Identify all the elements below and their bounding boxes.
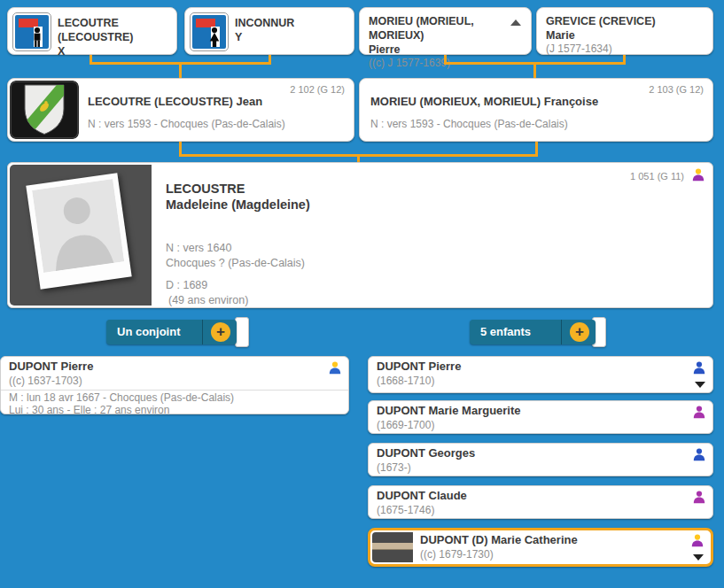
sosa-number: 2 102 (G 12): [290, 84, 345, 95]
spouse-button-label: Un conjoint: [117, 325, 181, 338]
person-photo-silhouette: [32, 179, 124, 273]
parent-birth: N : vers 1593 - Chocques (Pas-de-Calais): [370, 118, 568, 131]
child-name: DUPONT Georges: [377, 446, 475, 460]
ancestor-card-morieu-pierre[interactable]: MORIEU (MORIEUL, MORIEUX) Pierre ((c) J …: [359, 7, 532, 55]
subject-card[interactable]: 1 051 (G 11) LECOUSTRE Madeleine (Magdel…: [7, 162, 713, 308]
ancestor-card-grevice-marie[interactable]: GREVICE (CREVICE) Marie (J 1577-1634): [536, 7, 713, 55]
ancestor-given: X: [58, 44, 176, 58]
subject-birth-place: Chocques ? (Pas-de-Calais): [166, 256, 305, 271]
parent-card-mother[interactable]: 2 103 (G 12) MORIEU (MORIEUX, MORIEUL) F…: [359, 78, 713, 142]
family-tree-view: LECOUTRE (LECOUSTRE) X INCONNUR Y MORIEU…: [0, 0, 724, 588]
marriage-info: M : lun 18 avr 1667 - Chocques (Pas-de-C…: [9, 391, 234, 405]
child-card[interactable]: DUPONT Pierre (1668-1710): [368, 356, 713, 393]
child-card[interactable]: DUPONT Georges (1673-): [368, 443, 713, 476]
polaroid-frame: [26, 173, 131, 289]
children-button-label: 5 enfants: [480, 325, 531, 338]
tree-connector: [533, 62, 536, 78]
tree-connector: [179, 62, 182, 78]
ancestor-given: Marie: [546, 28, 656, 43]
ancestor-card-inconnur-y[interactable]: INCONNUR Y: [184, 7, 354, 55]
parent-card-father[interactable]: 2 102 (G 12) LECOUTRE (LECOUSTRE) Jean N…: [7, 78, 354, 142]
ancestor-card-lecoutre-x[interactable]: LECOUTRE (LECOUSTRE) X: [7, 7, 177, 55]
child-dates: (1669-1700): [377, 419, 434, 431]
person-icon-spouse: [328, 360, 342, 375]
coat-of-arms: [10, 81, 79, 139]
spouse-name: DUPONT Pierre: [9, 360, 93, 373]
button-divider: [561, 320, 562, 344]
child-dates: ((c) 1679-1730): [420, 548, 494, 561]
ancestor-surname: MORIEU (MORIEUL, MORIEUX): [369, 14, 531, 43]
person-icon-male: [692, 447, 706, 461]
parent-name: MORIEU (MORIEUX, MORIEUL) Françoise: [370, 95, 598, 109]
parent-name: LECOUTRE (LECOUSTRE) Jean: [88, 95, 262, 109]
child-thumbnail: [372, 532, 413, 562]
spouse-paper-tab: [235, 317, 249, 347]
child-card[interactable]: DUPONT Claude (1675-1746): [368, 485, 713, 519]
spouse-card[interactable]: DUPONT Pierre ((c) 1637-1703) M : lun 18…: [0, 356, 349, 414]
button-divider: [202, 320, 203, 344]
add-spouse-button[interactable]: +: [211, 322, 230, 342]
ancestor-surname: GREVICE (CREVICE): [546, 14, 656, 28]
child-card-selected[interactable]: DUPONT (D) Marie Catherine ((c) 1679-173…: [368, 528, 713, 567]
person-icon-female: [692, 405, 706, 419]
person-icon-female: [692, 490, 706, 504]
child-card[interactable]: DUPONT Marie Marguerite (1669-1700): [368, 400, 713, 434]
man-silhouette-icon: [30, 27, 44, 48]
ancestor-dates: (J 1577-1634): [546, 43, 656, 56]
expand-arrow-icon[interactable]: [695, 382, 705, 388]
spouse-toggle-button[interactable]: Un conjoint +: [106, 320, 237, 344]
sosa-number: 2 103 (G 12): [649, 84, 704, 95]
child-name: DUPONT Pierre: [377, 360, 461, 373]
collapse-arrow-icon[interactable]: [510, 19, 521, 26]
subject-death-age: (49 ans environ): [166, 293, 248, 308]
person-icon-male: [692, 360, 706, 375]
child-name: DUPONT (D) Marie Catherine: [420, 533, 578, 546]
subject-given: Madeleine (Magdeleine): [166, 197, 310, 213]
child-name: DUPONT Marie Marguerite: [377, 404, 521, 417]
dead-end-female-icon: [190, 12, 229, 51]
subject-birth-date: N : vers 1640: [166, 241, 305, 256]
marriage-ages: Lui : 30 ans - Elle : 27 ans environ: [9, 404, 169, 417]
subject-surname: LECOUSTRE: [166, 181, 310, 197]
document-stripe: [372, 543, 413, 549]
child-dates: (1673-): [377, 461, 411, 474]
subject-death-date: D : 1689: [166, 278, 248, 293]
child-dates: (1675-1746): [377, 504, 434, 516]
child-dates: (1668-1710): [377, 375, 434, 387]
divider: [1, 390, 348, 391]
woman-silhouette-icon: [207, 27, 222, 48]
expand-arrow-icon[interactable]: [693, 554, 704, 561]
parent-birth: N : vers 1593 - Chocques (Pas-de-Calais): [88, 118, 285, 131]
sosa-number: 1 051 (G 11): [630, 171, 684, 182]
dead-end-male-icon: [12, 12, 51, 51]
child-name: DUPONT Claude: [377, 489, 467, 502]
ancestor-given: Pierre: [369, 43, 531, 57]
add-child-button[interactable]: +: [570, 322, 589, 342]
photo-placeholder[interactable]: [10, 165, 152, 306]
ancestor-surname: INCONNUR: [235, 16, 294, 30]
ancestor-surname: LECOUTRE (LECOUSTRE): [58, 16, 176, 44]
children-toggle-button[interactable]: 5 enfants +: [470, 320, 596, 344]
person-icon-female-highlight: [690, 533, 705, 547]
person-icon-subject: [691, 167, 705, 182]
spouse-dates: ((c) 1637-1703): [9, 375, 82, 387]
ancestor-given: Y: [235, 30, 294, 44]
